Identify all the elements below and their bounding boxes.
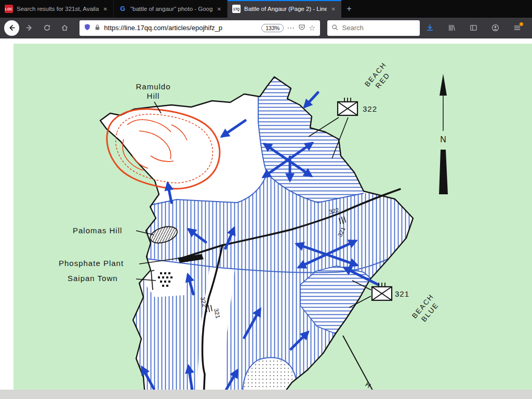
tab-battle-of-angaur[interactable]: 17Q Battle of Angaur (Page 2) - Line ✕ xyxy=(228,0,341,18)
downloads-icon[interactable] xyxy=(422,20,437,36)
tab-loc-search[interactable]: LOC Search results for 321st, Availa ✕ xyxy=(0,0,114,18)
library-icon[interactable] xyxy=(444,20,459,36)
bookmark-star-icon[interactable]: ☆ xyxy=(309,23,315,33)
search-input[interactable] xyxy=(341,23,416,32)
menu-icon[interactable] xyxy=(509,20,525,36)
url-bar[interactable]: https://line.17qq.com/articles/epojhifz_… xyxy=(79,20,320,36)
navigation-toolbar: https://line.17qq.com/articles/epojhifz_… xyxy=(0,18,532,38)
shield-icon[interactable] xyxy=(84,23,91,33)
ramuldo-hill-label: Ramuldo xyxy=(136,82,170,91)
tab-bar: LOC Search results for 321st, Availa ✕ G… xyxy=(0,0,532,18)
sidebar-icon[interactable] xyxy=(466,20,481,36)
palomas-hill-label: Palomas Hill xyxy=(73,226,122,235)
north-label: N xyxy=(440,135,446,144)
back-arrow-icon xyxy=(8,24,16,32)
page-bottom-strip xyxy=(0,390,532,399)
phosphate-plant-label: Phosphate Plant xyxy=(59,259,124,268)
forward-arrow-icon xyxy=(25,24,33,32)
google-favicon-icon: G xyxy=(118,5,127,13)
reload-button[interactable] xyxy=(39,20,55,36)
page-actions-icon[interactable]: ⋯ xyxy=(287,23,295,33)
back-button[interactable] xyxy=(4,20,19,36)
account-icon[interactable] xyxy=(487,20,503,36)
unit-321-label: 321 xyxy=(395,289,409,298)
pocket-icon[interactable] xyxy=(298,23,305,33)
tab-close-icon[interactable]: ✕ xyxy=(330,5,337,13)
17qq-favicon-icon: 17Q xyxy=(232,5,241,13)
search-icon xyxy=(331,23,338,33)
lock-icon xyxy=(94,23,101,33)
angaur-battle-map: 322 321 322 321 322 xyxy=(0,38,532,399)
unit-322-label: 322 xyxy=(363,104,377,113)
url-text[interactable]: https://line.17qq.com/articles/epojhifz_… xyxy=(104,24,258,32)
page-content: 322 321 322 321 322 xyxy=(0,38,532,399)
home-button[interactable] xyxy=(57,20,72,36)
tab-title: "battle of angaur" photo - Goog xyxy=(130,6,212,12)
ramuldo-hill-label: Hill xyxy=(147,91,160,100)
notification-dot xyxy=(519,22,524,26)
loc-favicon-icon: LOC xyxy=(5,5,13,13)
forward-button[interactable] xyxy=(21,20,37,36)
zoom-level-badge[interactable]: 133% xyxy=(261,24,284,32)
tab-close-icon[interactable]: ✕ xyxy=(216,5,222,13)
tab-title: Battle of Angaur (Page 2) - Line xyxy=(244,6,327,12)
search-box[interactable] xyxy=(327,20,420,36)
tab-title: Search results for 321st, Availa xyxy=(17,6,99,12)
tab-google-search[interactable]: G "battle of angaur" photo - Goog ✕ xyxy=(114,0,228,18)
home-icon xyxy=(61,24,69,32)
saipan-town-label: Saipan Town xyxy=(68,274,118,283)
reload-icon xyxy=(43,24,51,32)
tab-close-icon[interactable]: ✕ xyxy=(102,5,109,13)
new-tab-button[interactable]: + xyxy=(341,0,357,18)
toolbar-right-icons xyxy=(422,20,528,36)
